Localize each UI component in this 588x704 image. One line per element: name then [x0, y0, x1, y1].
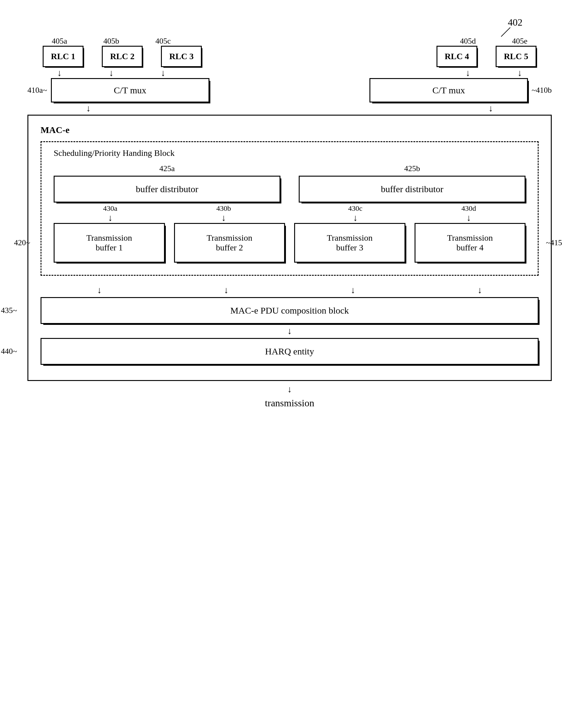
ref-405c-label: 405c — [146, 37, 180, 46]
arrow-430c-down: ↓ — [353, 213, 357, 223]
ref-430c: 430c — [348, 204, 363, 213]
rlc-3-box: RLC 3 — [161, 46, 202, 67]
arrow-rlc4-down: ↓ — [451, 68, 485, 78]
trans-buf-1-box: Transmission buffer 1 — [54, 223, 165, 262]
arrow-tbuf4-down: ↓ — [421, 285, 539, 295]
arrow-rlc1-down: ↓ — [43, 68, 76, 78]
ref-415: ~415 — [546, 238, 562, 247]
ref-410b: ~410b — [532, 86, 552, 95]
rlc-1-box: RLC 1 — [43, 46, 83, 67]
arrow-macpdu-down: ↓ — [41, 326, 539, 336]
trans-buf-3-box: Transmission buffer 3 — [294, 223, 405, 262]
buffer-dist-left-box: buffer distributor — [54, 176, 280, 202]
ref-405d-label: 405d — [451, 37, 485, 46]
buffer-dist-right-box: buffer distributor — [299, 176, 525, 202]
arrow-430d-down: ↓ — [466, 213, 471, 223]
ref-430d: 430d — [461, 204, 476, 213]
rlc-5-box: RLC 5 — [496, 46, 536, 67]
mac-e-container: MAC-e Scheduling/Priority Handing Block … — [27, 115, 552, 381]
arrow-430a-down: ↓ — [108, 213, 113, 223]
arrow-430b-down: ↓ — [221, 213, 226, 223]
ref-425a: 425a — [159, 164, 175, 173]
ref-430a: 430a — [103, 204, 117, 213]
arrow-rlc3-down: ↓ — [146, 68, 180, 78]
mac-pdu-box: MAC-e PDU composition block — [41, 297, 539, 324]
ref-410a: 410a~ — [27, 86, 47, 95]
trans-buf-4-box: Transmission buffer 4 — [414, 223, 526, 262]
transmission-label: transmission — [27, 398, 552, 409]
trans-buf-2-wrapper: Transmission buffer 2 — [174, 223, 285, 262]
ctmux-left-box: C/T mux — [51, 78, 209, 103]
trans-buf-3-wrapper: Transmission buffer 3 — [294, 223, 405, 262]
arrow-tbuf3-down: ↓ — [294, 285, 412, 295]
ref-435: 435~ — [1, 306, 17, 315]
arrow-rlc2-down: ↓ — [94, 68, 128, 78]
arrow-ctmux-left-down: ↓ — [58, 103, 119, 113]
ref-440: 440~ — [1, 347, 17, 356]
rlc-4-box: RLC 4 — [437, 46, 477, 67]
arrow-rlc5-down: ↓ — [503, 68, 536, 78]
ctmux-right-box: C/T mux — [370, 78, 528, 103]
svg-line-0 — [501, 27, 510, 37]
ref-405e-label: 405e — [503, 37, 536, 46]
harq-box: HARQ entity — [41, 338, 539, 365]
mac-e-label: MAC-e — [41, 125, 539, 135]
arrow-harq-down: ↓ — [27, 384, 552, 394]
scheduling-label: Scheduling/Priority Handing Block — [54, 148, 525, 158]
trans-buf-2-box: Transmission buffer 2 — [174, 223, 285, 262]
arrow-tbuf1-down: ↓ — [41, 285, 158, 295]
trans-buf-1-wrapper: Transmission buffer 1 — [54, 223, 165, 262]
ref-420: 420~ — [14, 238, 30, 247]
arrow-ctmux-right-down: ↓ — [460, 103, 521, 113]
ref-430b: 430b — [216, 204, 231, 213]
ref-405a-label: 405a — [43, 37, 76, 46]
scheduling-box: Scheduling/Priority Handing Block 425a b… — [41, 141, 539, 276]
trans-buf-4-wrapper: Transmission buffer 4 — [414, 223, 526, 262]
rlc-2-box: RLC 2 — [102, 46, 143, 67]
ref-425b: 425b — [404, 164, 420, 173]
ref-405b-label: 405b — [94, 37, 128, 46]
arrow-tbuf2-down: ↓ — [167, 285, 285, 295]
